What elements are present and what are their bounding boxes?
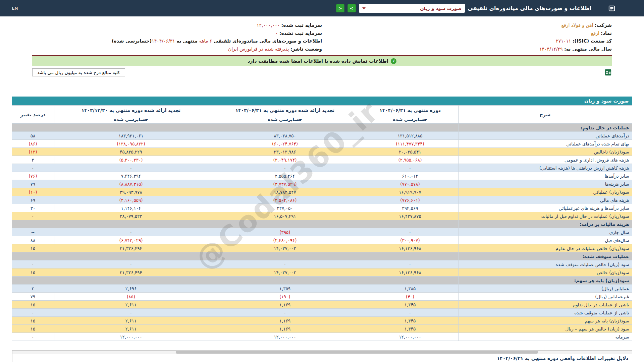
pct-change-cell: ۵۸ — [12, 132, 54, 140]
pct-change-cell: ۱۵ — [12, 244, 54, 252]
row-label: سود (زیان) خالص هر سهم – ریال — [458, 325, 632, 333]
table-row: سود(زیان) خالص۱۶,۱۳۶,۹۶۸۱۴,۰۲۷,۰۰۲۳۱,۳۳۶… — [12, 268, 632, 277]
row-label: سود(زیان) پایه هر سهم — [458, 317, 632, 325]
pct-change-cell: ۸۸ — [12, 236, 54, 244]
value-cell: ۱۴,۰۲۷,۰۰۲ — [208, 268, 362, 277]
row-label: بهای تمام شده درآمدهای عملیاتي — [458, 140, 632, 148]
value-cell: (۲,۵۰۲,۰۸۶) — [208, 196, 362, 204]
banner-text: اطلاعات نمایش داده شده با اطلاعات امضا ش… — [248, 58, 388, 64]
value-cell — [362, 220, 458, 228]
language-toggle[interactable]: EN — [12, 6, 18, 11]
value-cell: ۱,۳۴۵ — [362, 317, 458, 325]
company-info-right-column: شرکت: آهن و فولاد ارفعنماد: ارفعکد صنعت … — [322, 21, 612, 53]
value-cell: ۳۱,۳۳۶,۴۹۴ — [54, 244, 208, 252]
col-subheader-audited-2: حسابرسی شده — [208, 115, 362, 124]
report-icon[interactable] — [608, 5, 615, 12]
info-label: منتهی به — [175, 38, 199, 44]
value-cell: ۳۹,۰۹۳,۹۷۸ — [54, 188, 208, 196]
pct-change-cell: ۲ — [12, 285, 54, 293]
value-cell: ۱۸,۷۸۲,۵۲۷ — [208, 188, 362, 196]
company-info-row: سرمایه ثبت شده: ۱۲,۰۰۰,۰۰۰ — [32, 21, 322, 29]
value-cell — [362, 124, 458, 132]
row-label: سود(زیان) عملیات در حال تداوم قبل از مال… — [458, 212, 632, 220]
company-info-row: سال مالی منتهی به: ۱۴۰۴/۱۲/۲۹ — [322, 45, 612, 53]
statement-select[interactable]: صورت سود و زیان — [359, 4, 465, 13]
value-cell: (۱۳۸,۰۹۵,۸۳۲) — [54, 140, 208, 148]
value-cell: ۲۲۷,۰۵۰ — [208, 204, 362, 212]
col-subheader-audited-1: حسابرسی شده — [362, 115, 458, 124]
company-info-left-column: سرمایه ثبت شده: ۱۲,۰۰۰,۰۰۰سرمایه ثبت نشد… — [32, 21, 322, 53]
value-cell: ۲۰,۰۳۵,۵۴۱ — [362, 148, 458, 156]
pct-change-cell: (۸۶) — [12, 140, 54, 148]
statement-select-value: صورت سود و زیان — [420, 6, 461, 11]
value-cell: (۴۰) — [362, 293, 458, 301]
value-cell: (۲,۹۵۵,۰۶۸) — [362, 156, 458, 164]
row-label: سایر هزینه‌ها — [458, 180, 632, 188]
value-cell: (۲,۱۶۰,۵۵۹) — [54, 196, 208, 204]
table-row: هزینه های فروش، اداری و عمومی(۲,۹۵۵,۰۶۸)… — [12, 156, 632, 164]
info-value: ۱۴۰۴/۰۶/۳۱ — [152, 38, 175, 44]
units-note: کلیه مبالغ درج شده به میلیون ریال می باش… — [32, 68, 125, 76]
page-title: اطلاعات و صورت‌های مالی میاندوره‌ای تلفی… — [468, 5, 592, 11]
table-row: هزینه کاهش ارزش دریافتنی ها (هزینه استثن… — [12, 164, 632, 172]
excel-export-icon[interactable] — [604, 69, 612, 76]
value-cell: (۱۱۱,۴۷۷,۳۴۴) — [362, 140, 458, 148]
table-row: سایر درآمدها۶۱۰,۰۱۲۲,۵۵۵,۲۶۴۷,۴۴۶,۳۹۴(۷۶… — [12, 172, 632, 180]
section-row: هزینه مالیات بر درآمد: — [12, 220, 632, 228]
row-label: ناشی از عملیات متوقف شده — [458, 309, 632, 317]
horizontal-scrollbar[interactable] — [12, 351, 632, 354]
top-header-inner: اطلاعات و صورت‌های مالی میاندوره‌ای تلفی… — [12, 0, 632, 16]
value-cell: ۷,۴۴۶,۳۹۴ — [54, 172, 208, 180]
value-cell: ۴۵,۸۳۵,۲۲۹ — [54, 148, 208, 156]
info-value[interactable]: آهن و فولاد ارفع — [561, 22, 593, 28]
pct-change-cell: (۱۳) — [12, 148, 54, 156]
pct-change-cell: ۰ — [12, 260, 54, 268]
pct-change-cell — [12, 124, 54, 132]
company-info: شرکت: آهن و فولاد ارفعنماد: ارفعکد صنعت … — [32, 21, 612, 53]
info-value: ۱۴۰۴/۱۲/۲۹ — [539, 46, 563, 52]
value-cell: (۷۷۰,۵۷۸) — [362, 180, 458, 188]
value-cell: (۷۷۶,۶۰۱) — [362, 196, 458, 204]
pct-change-cell: ۷۹ — [12, 180, 54, 188]
pl-statement-section: صورت سود و زیان شرح دوره منتهی به ۱۴۰۴/۰… — [12, 97, 632, 341]
value-cell: ۱۲,۰۰۰,۰۰۰ — [54, 333, 208, 341]
value-cell: ۱,۳۸۵ — [362, 285, 458, 293]
table-row: سود (زیان) خالص هر سهم – ریال۱,۳۴۵۱,۱۶۹۲… — [12, 325, 632, 333]
chevron-down-icon — [362, 7, 366, 9]
value-cell: ۱,۳۵۹ — [208, 285, 362, 293]
col-header-period-restated-6m: تجدید ارائه شده دوره منتهی به ۱۴۰۳/۰۶/۳۱ — [208, 106, 362, 115]
info-value: ۶ ماهه — [199, 38, 212, 44]
value-cell: ۰ — [208, 309, 362, 317]
row-label: سود(زیان) خالص عملیات در حال تداوم — [458, 244, 632, 252]
info-icon: i — [391, 58, 396, 64]
row-label: سود(زیان) پایه هر سهم: — [458, 277, 632, 285]
info-label: سال مالی منتهی به: — [564, 46, 612, 52]
pct-change-cell: ۰ — [12, 212, 54, 220]
info-label: سرمایه ثبت نشده: — [279, 31, 322, 36]
table-row: سرمایه۱۲,۰۰۰,۰۰۰۱۲,۰۰۰,۰۰۰۱۲,۰۰۰,۰۰۰۰ — [12, 333, 632, 341]
value-cell: (۳,۰۴۹,۱۷۴) — [208, 156, 362, 164]
section-row: عملیات در حال تداوم: — [12, 124, 632, 132]
value-cell: ۱۶,۹۱۹,۹۰۷ — [362, 188, 458, 196]
info-value[interactable]: ارفع — [591, 31, 599, 36]
pct-change-cell — [12, 220, 54, 228]
value-cell — [54, 277, 208, 285]
col-subheader-audited-3: حسابرسی شده — [54, 115, 208, 124]
top-header-bar: اطلاعات و صورت‌های مالی میاندوره‌ای تلفی… — [0, 0, 644, 16]
row-label: سال جاری — [458, 228, 632, 236]
value-cell: (۸۵) — [54, 293, 208, 301]
value-cell: ۰ — [362, 228, 458, 236]
table-row: بهای تمام شده درآمدهای عملیاتي(۱۱۱,۴۷۷,۳… — [12, 140, 632, 148]
value-cell — [208, 220, 362, 228]
row-label: درآمدهای عملیاتي — [458, 132, 632, 140]
scrollbar-thumb[interactable] — [176, 351, 538, 354]
prev-statement-button[interactable]: < — [336, 4, 344, 12]
value-cell: ۱۶,۴۳۷,۸۷۵ — [362, 212, 458, 220]
value-cell — [54, 124, 208, 132]
next-statement-button[interactable]: > — [347, 4, 356, 12]
signature-match-banner: i اطلاعات نمایش داده شده با اطلاعات امضا… — [32, 56, 612, 66]
pct-change-cell — [12, 252, 54, 260]
info-label: وضعیت ناشر: — [290, 46, 322, 52]
info-label: اطلاعات و صورت‌های مالی میاندوره‌ای تلفی… — [212, 38, 322, 44]
value-cell: ۱۸۳,۹۳۱,۰۶۱ — [54, 132, 208, 140]
